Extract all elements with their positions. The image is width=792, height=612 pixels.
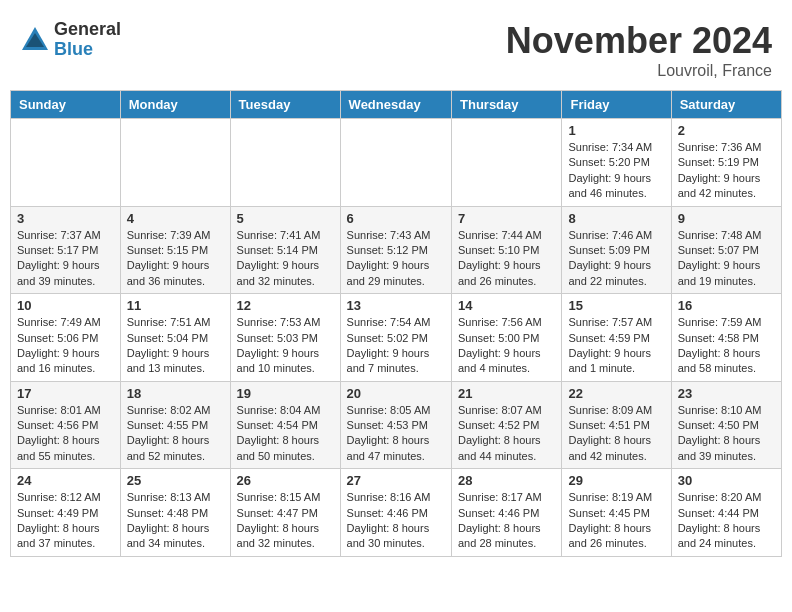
- day-number: 14: [458, 298, 555, 313]
- calendar-cell: 3Sunrise: 7:37 AM Sunset: 5:17 PM Daylig…: [11, 206, 121, 294]
- day-info: Sunrise: 8:04 AM Sunset: 4:54 PM Dayligh…: [237, 403, 334, 465]
- calendar-cell: 27Sunrise: 8:16 AM Sunset: 4:46 PM Dayli…: [340, 469, 451, 557]
- weekday-header: Friday: [562, 91, 671, 119]
- day-info: Sunrise: 8:02 AM Sunset: 4:55 PM Dayligh…: [127, 403, 224, 465]
- logo: General Blue: [20, 20, 121, 60]
- day-info: Sunrise: 7:39 AM Sunset: 5:15 PM Dayligh…: [127, 228, 224, 290]
- day-info: Sunrise: 8:20 AM Sunset: 4:44 PM Dayligh…: [678, 490, 775, 552]
- day-number: 9: [678, 211, 775, 226]
- day-info: Sunrise: 7:54 AM Sunset: 5:02 PM Dayligh…: [347, 315, 445, 377]
- calendar-cell: 15Sunrise: 7:57 AM Sunset: 4:59 PM Dayli…: [562, 294, 671, 382]
- month-title: November 2024: [506, 20, 772, 62]
- day-info: Sunrise: 8:13 AM Sunset: 4:48 PM Dayligh…: [127, 490, 224, 552]
- day-info: Sunrise: 8:01 AM Sunset: 4:56 PM Dayligh…: [17, 403, 114, 465]
- day-info: Sunrise: 7:48 AM Sunset: 5:07 PM Dayligh…: [678, 228, 775, 290]
- calendar-cell: 7Sunrise: 7:44 AM Sunset: 5:10 PM Daylig…: [452, 206, 562, 294]
- calendar-cell: 1Sunrise: 7:34 AM Sunset: 5:20 PM Daylig…: [562, 119, 671, 207]
- day-info: Sunrise: 7:53 AM Sunset: 5:03 PM Dayligh…: [237, 315, 334, 377]
- day-number: 30: [678, 473, 775, 488]
- day-number: 24: [17, 473, 114, 488]
- calendar-cell: 25Sunrise: 8:13 AM Sunset: 4:48 PM Dayli…: [120, 469, 230, 557]
- day-number: 1: [568, 123, 664, 138]
- day-info: Sunrise: 7:46 AM Sunset: 5:09 PM Dayligh…: [568, 228, 664, 290]
- calendar-cell: 9Sunrise: 7:48 AM Sunset: 5:07 PM Daylig…: [671, 206, 781, 294]
- day-number: 7: [458, 211, 555, 226]
- calendar-cell: 22Sunrise: 8:09 AM Sunset: 4:51 PM Dayli…: [562, 381, 671, 469]
- day-number: 20: [347, 386, 445, 401]
- page-header: General Blue November 2024 Louvroil, Fra…: [10, 10, 782, 85]
- calendar-table: SundayMondayTuesdayWednesdayThursdayFrid…: [10, 90, 782, 557]
- day-info: Sunrise: 8:07 AM Sunset: 4:52 PM Dayligh…: [458, 403, 555, 465]
- day-number: 25: [127, 473, 224, 488]
- calendar-week-row: 24Sunrise: 8:12 AM Sunset: 4:49 PM Dayli…: [11, 469, 782, 557]
- day-info: Sunrise: 8:05 AM Sunset: 4:53 PM Dayligh…: [347, 403, 445, 465]
- calendar-week-row: 17Sunrise: 8:01 AM Sunset: 4:56 PM Dayli…: [11, 381, 782, 469]
- day-number: 17: [17, 386, 114, 401]
- day-number: 12: [237, 298, 334, 313]
- calendar-cell: [340, 119, 451, 207]
- weekday-header: Sunday: [11, 91, 121, 119]
- day-info: Sunrise: 7:37 AM Sunset: 5:17 PM Dayligh…: [17, 228, 114, 290]
- day-number: 5: [237, 211, 334, 226]
- day-number: 16: [678, 298, 775, 313]
- calendar-week-row: 1Sunrise: 7:34 AM Sunset: 5:20 PM Daylig…: [11, 119, 782, 207]
- day-number: 28: [458, 473, 555, 488]
- logo-general-text: General: [54, 20, 121, 40]
- calendar-cell: 28Sunrise: 8:17 AM Sunset: 4:46 PM Dayli…: [452, 469, 562, 557]
- day-number: 6: [347, 211, 445, 226]
- calendar-cell: [452, 119, 562, 207]
- day-number: 3: [17, 211, 114, 226]
- location: Louvroil, France: [506, 62, 772, 80]
- weekday-header: Wednesday: [340, 91, 451, 119]
- day-info: Sunrise: 8:15 AM Sunset: 4:47 PM Dayligh…: [237, 490, 334, 552]
- day-info: Sunrise: 8:17 AM Sunset: 4:46 PM Dayligh…: [458, 490, 555, 552]
- weekday-header: Monday: [120, 91, 230, 119]
- day-number: 19: [237, 386, 334, 401]
- day-number: 27: [347, 473, 445, 488]
- day-number: 21: [458, 386, 555, 401]
- day-info: Sunrise: 7:34 AM Sunset: 5:20 PM Dayligh…: [568, 140, 664, 202]
- calendar-cell: 13Sunrise: 7:54 AM Sunset: 5:02 PM Dayli…: [340, 294, 451, 382]
- calendar-cell: 14Sunrise: 7:56 AM Sunset: 5:00 PM Dayli…: [452, 294, 562, 382]
- calendar-cell: [11, 119, 121, 207]
- day-info: Sunrise: 7:44 AM Sunset: 5:10 PM Dayligh…: [458, 228, 555, 290]
- calendar-week-row: 3Sunrise: 7:37 AM Sunset: 5:17 PM Daylig…: [11, 206, 782, 294]
- day-info: Sunrise: 8:10 AM Sunset: 4:50 PM Dayligh…: [678, 403, 775, 465]
- calendar-cell: 24Sunrise: 8:12 AM Sunset: 4:49 PM Dayli…: [11, 469, 121, 557]
- calendar-cell: 19Sunrise: 8:04 AM Sunset: 4:54 PM Dayli…: [230, 381, 340, 469]
- day-info: Sunrise: 8:16 AM Sunset: 4:46 PM Dayligh…: [347, 490, 445, 552]
- calendar-cell: 12Sunrise: 7:53 AM Sunset: 5:03 PM Dayli…: [230, 294, 340, 382]
- day-number: 18: [127, 386, 224, 401]
- calendar-cell: 30Sunrise: 8:20 AM Sunset: 4:44 PM Dayli…: [671, 469, 781, 557]
- weekday-header: Tuesday: [230, 91, 340, 119]
- calendar-cell: 4Sunrise: 7:39 AM Sunset: 5:15 PM Daylig…: [120, 206, 230, 294]
- weekday-header: Saturday: [671, 91, 781, 119]
- day-info: Sunrise: 7:51 AM Sunset: 5:04 PM Dayligh…: [127, 315, 224, 377]
- calendar-cell: 2Sunrise: 7:36 AM Sunset: 5:19 PM Daylig…: [671, 119, 781, 207]
- day-info: Sunrise: 7:56 AM Sunset: 5:00 PM Dayligh…: [458, 315, 555, 377]
- day-info: Sunrise: 7:57 AM Sunset: 4:59 PM Dayligh…: [568, 315, 664, 377]
- calendar-cell: [230, 119, 340, 207]
- calendar-cell: 5Sunrise: 7:41 AM Sunset: 5:14 PM Daylig…: [230, 206, 340, 294]
- calendar-cell: 23Sunrise: 8:10 AM Sunset: 4:50 PM Dayli…: [671, 381, 781, 469]
- day-number: 10: [17, 298, 114, 313]
- calendar-cell: 18Sunrise: 8:02 AM Sunset: 4:55 PM Dayli…: [120, 381, 230, 469]
- calendar-cell: 11Sunrise: 7:51 AM Sunset: 5:04 PM Dayli…: [120, 294, 230, 382]
- logo-icon: [20, 25, 50, 55]
- day-info: Sunrise: 8:12 AM Sunset: 4:49 PM Dayligh…: [17, 490, 114, 552]
- calendar-cell: 6Sunrise: 7:43 AM Sunset: 5:12 PM Daylig…: [340, 206, 451, 294]
- calendar-cell: 29Sunrise: 8:19 AM Sunset: 4:45 PM Dayli…: [562, 469, 671, 557]
- weekday-header-row: SundayMondayTuesdayWednesdayThursdayFrid…: [11, 91, 782, 119]
- day-number: 26: [237, 473, 334, 488]
- day-info: Sunrise: 7:41 AM Sunset: 5:14 PM Dayligh…: [237, 228, 334, 290]
- day-number: 29: [568, 473, 664, 488]
- day-number: 8: [568, 211, 664, 226]
- day-info: Sunrise: 7:49 AM Sunset: 5:06 PM Dayligh…: [17, 315, 114, 377]
- calendar-cell: 16Sunrise: 7:59 AM Sunset: 4:58 PM Dayli…: [671, 294, 781, 382]
- weekday-header: Thursday: [452, 91, 562, 119]
- calendar-cell: 21Sunrise: 8:07 AM Sunset: 4:52 PM Dayli…: [452, 381, 562, 469]
- calendar-cell: 10Sunrise: 7:49 AM Sunset: 5:06 PM Dayli…: [11, 294, 121, 382]
- day-info: Sunrise: 8:19 AM Sunset: 4:45 PM Dayligh…: [568, 490, 664, 552]
- day-number: 4: [127, 211, 224, 226]
- day-number: 11: [127, 298, 224, 313]
